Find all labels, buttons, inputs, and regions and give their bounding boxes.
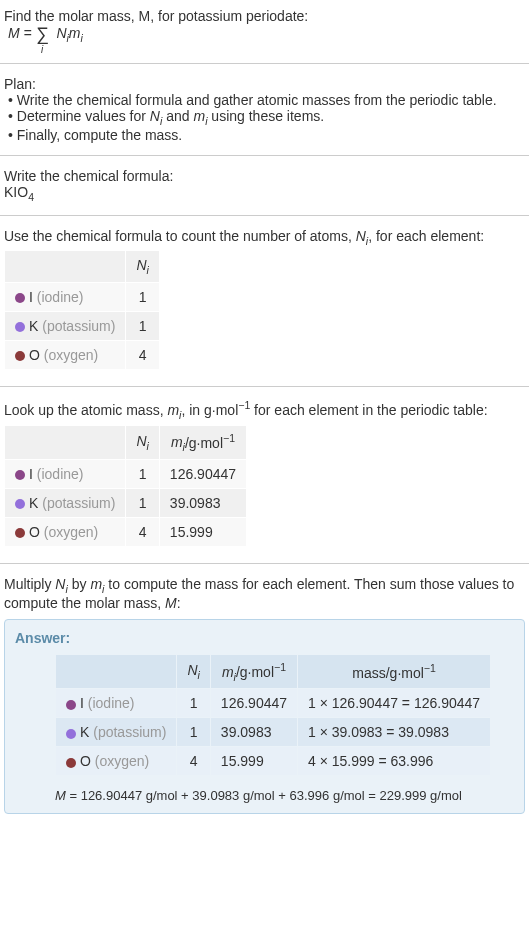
element-dot-icon: [66, 758, 76, 768]
table-row: O (oxygen) 4: [5, 341, 160, 370]
plan-bullet-1: • Write the chemical formula and gather …: [4, 92, 525, 108]
element-cell: I (iodine): [5, 283, 126, 312]
divider: [0, 63, 529, 64]
intro-text: Find the molar mass, M, for potassium pe…: [4, 8, 308, 24]
equals-sign: =: [20, 25, 36, 41]
chem-formula: KIO4: [4, 184, 525, 203]
element-dot-icon: [15, 470, 25, 480]
chemical-formula-section: Write the chemical formula: KIO4: [0, 164, 529, 207]
mult-m: m: [90, 576, 102, 592]
table-header-m: mi/g·mol−1: [210, 654, 297, 688]
th-N-i: i: [198, 669, 200, 681]
elem-count: 1: [126, 489, 159, 518]
bullet2-N: N: [150, 108, 160, 124]
elem-name: (iodine): [88, 695, 135, 711]
element-dot-icon: [15, 322, 25, 332]
formula-kio: KIO: [4, 184, 28, 200]
element-cell: O (oxygen): [5, 341, 126, 370]
element-dot-icon: [15, 351, 25, 361]
elem-sym: O: [80, 753, 91, 769]
table-header-N: Ni: [126, 425, 159, 459]
table-header-m: mi/g·mol−1: [159, 425, 246, 459]
th-mass-neg1: −1: [424, 662, 436, 674]
lookup-section: Look up the atomic mass, mi, in g·mol−1 …: [0, 395, 529, 555]
elem-mass-calc: 1 × 39.0983 = 39.0983: [298, 718, 491, 747]
element-cell: O (oxygen): [56, 747, 177, 776]
plan-title: Plan:: [4, 76, 525, 92]
table-row: K (potassium) 1: [5, 312, 160, 341]
var-N: N: [56, 25, 66, 41]
element-dot-icon: [15, 293, 25, 303]
atom-count-table: Ni I (iodine) 1 K (potassium) 1 O (oxyge…: [4, 250, 160, 370]
bullet2-end: using these items.: [207, 108, 324, 124]
element-dot-icon: [66, 729, 76, 739]
elem-count: 1: [126, 283, 159, 312]
table-row: O (oxygen) 4 15.999: [5, 518, 247, 547]
element-dot-icon: [66, 700, 76, 710]
elem-name: (iodine): [37, 466, 84, 482]
var-M: M: [8, 25, 20, 41]
th-unit: /g·mol: [185, 434, 223, 450]
sigma-symbol: ∑: [36, 24, 49, 45]
table-row: K (potassium) 1 39.0983 1 × 39.0983 = 39…: [56, 718, 491, 747]
sigma-sub: i: [41, 44, 43, 55]
plan-section: Plan: • Write the chemical formula and g…: [0, 72, 529, 147]
element-cell: I (iodine): [56, 689, 177, 718]
element-cell: K (potassium): [5, 312, 126, 341]
elem-sym: I: [80, 695, 84, 711]
mult-by: by: [68, 576, 91, 592]
elem-count: 4: [126, 518, 159, 547]
elem-count: 1: [177, 718, 210, 747]
final-equation: M = 126.90447 g/mol + 39.0983 g/mol + 63…: [55, 788, 514, 803]
element-cell: I (iodine): [5, 460, 126, 489]
th-neg1: −1: [223, 432, 235, 444]
atomic-mass-table: Ni mi/g·mol−1 I (iodine) 1 126.90447 K (…: [4, 425, 247, 547]
elem-name: (potassium): [42, 318, 115, 334]
elem-sym: O: [29, 524, 40, 540]
th-N: N: [187, 662, 197, 678]
multiply-section: Multiply Ni by mi to compute the mass fo…: [0, 572, 529, 615]
elem-name: (oxygen): [95, 753, 149, 769]
mult-M: M: [165, 595, 177, 611]
elem-sym: I: [29, 289, 33, 305]
table-row: O (oxygen) 4 15.999 4 × 15.999 = 63.996: [56, 747, 491, 776]
var-m: m: [69, 25, 81, 41]
table-header-empty: [5, 425, 126, 459]
count-text-a: Use the chemical formula to count the nu…: [4, 228, 356, 244]
elem-sym: K: [29, 495, 38, 511]
sub-i2: i: [81, 32, 83, 44]
elem-mass-calc: 1 × 126.90447 = 126.90447: [298, 689, 491, 718]
plan-bullet-3: • Finally, compute the mass.: [4, 127, 525, 143]
elem-mass: 39.0983: [210, 718, 297, 747]
elem-name: (iodine): [37, 289, 84, 305]
elem-mass: 126.90447: [159, 460, 246, 489]
th-N: N: [136, 257, 146, 273]
elem-count: 4: [177, 747, 210, 776]
element-dot-icon: [15, 528, 25, 538]
th-mass: mass/g·mol: [352, 665, 424, 681]
table-header-empty: [56, 654, 177, 688]
table-header-empty: [5, 251, 126, 283]
elem-name: (potassium): [42, 495, 115, 511]
elem-name: (oxygen): [44, 347, 98, 363]
divider: [0, 215, 529, 216]
th-m-neg1: −1: [274, 661, 286, 673]
final-eq-text: = 126.90447 g/mol + 39.0983 g/mol + 63.9…: [66, 788, 462, 803]
lookup-text-a: Look up the atomic mass,: [4, 402, 167, 418]
bullet2-m: m: [193, 108, 205, 124]
elem-sym: K: [80, 724, 89, 740]
mult-text-a: Multiply: [4, 576, 55, 592]
elem-name: (potassium): [93, 724, 166, 740]
mult-N: N: [55, 576, 65, 592]
th-m: m: [222, 664, 234, 680]
table-row: K (potassium) 1 39.0983: [5, 489, 247, 518]
final-M: M: [55, 788, 66, 803]
th-N-i: i: [147, 440, 149, 452]
divider: [0, 563, 529, 564]
elem-count: 1: [177, 689, 210, 718]
elem-name: (oxygen): [44, 524, 98, 540]
elem-mass: 15.999: [210, 747, 297, 776]
lookup-neg1: −1: [238, 399, 250, 411]
elem-sym: K: [29, 318, 38, 334]
bullet2-text-a: • Determine values for: [8, 108, 150, 124]
